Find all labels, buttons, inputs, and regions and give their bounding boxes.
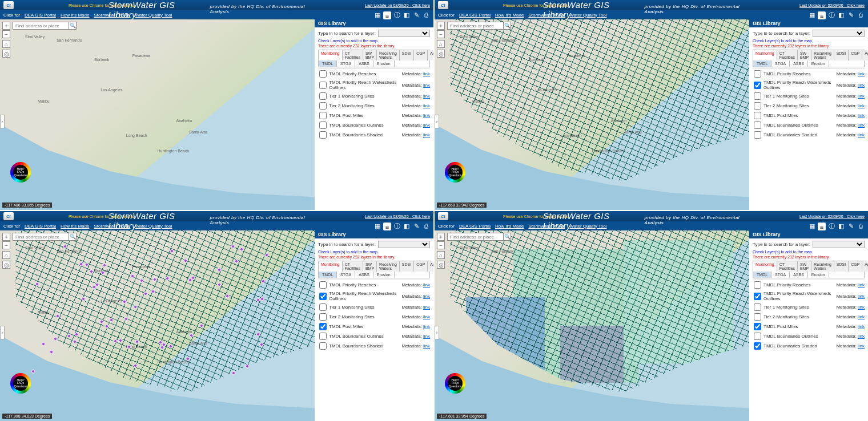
- layer-checkbox[interactable]: [319, 70, 327, 78]
- layer-checkbox[interactable]: [319, 92, 327, 100]
- layers-icon[interactable]: ≡: [818, 11, 826, 19]
- search-input[interactable]: [13, 22, 69, 30]
- layer-checkbox[interactable]: [319, 293, 327, 300]
- subtab-asbs[interactable]: ASBS: [355, 60, 373, 67]
- nav-link[interactable]: How It's Made: [495, 224, 524, 229]
- tab-receiving-waters[interactable]: Receiving Waters: [377, 261, 400, 272]
- home-button[interactable]: ⌂: [437, 251, 445, 259]
- help-wheel-icon[interactable]: Help? FAQs Questions: [10, 162, 31, 183]
- tab-sw-bmp[interactable]: SW BMP: [363, 261, 377, 272]
- tab-sdsi[interactable]: SDSI: [834, 261, 849, 272]
- help-wheel-icon[interactable]: Help? FAQs Questions: [445, 162, 465, 183]
- layer-checkbox[interactable]: [754, 293, 761, 300]
- nav-link[interactable]: How It's Made: [61, 224, 89, 229]
- metadata-link[interactable]: link: [423, 103, 430, 108]
- basemap-icon[interactable]: ▦: [808, 11, 816, 19]
- layer-checkbox[interactable]: [754, 323, 761, 330]
- tools-icon[interactable]: ✎: [847, 11, 855, 19]
- metadata-link[interactable]: link: [423, 305, 430, 310]
- layer-search-select[interactable]: [813, 241, 865, 248]
- layer-checkbox[interactable]: [754, 82, 761, 89]
- print-icon[interactable]: ⎙: [422, 11, 430, 19]
- layer-checkbox[interactable]: [319, 102, 327, 110]
- subtab-stga[interactable]: STGA: [337, 272, 355, 278]
- info-icon[interactable]: ⓘ: [827, 11, 835, 19]
- search-input[interactable]: [447, 22, 503, 30]
- nav-link[interactable]: How It's Made: [61, 13, 89, 18]
- locate-button[interactable]: ◎: [437, 50, 445, 58]
- layer-checkbox[interactable]: [754, 70, 761, 78]
- metadata-link[interactable]: link: [423, 94, 430, 99]
- tab-agencies[interactable]: Agencies: [428, 261, 433, 272]
- subtab-tmdl[interactable]: TMDL: [319, 272, 337, 278]
- legend-icon[interactable]: ◧: [403, 11, 411, 19]
- layer-search-select[interactable]: [813, 30, 865, 37]
- zoom-out-button[interactable]: −: [2, 241, 10, 249]
- metadata-link[interactable]: link: [423, 334, 430, 339]
- zoom-out-button[interactable]: −: [437, 30, 445, 38]
- tab-ct-facilities[interactable]: CT Facilities: [343, 261, 363, 272]
- tab-agencies[interactable]: Agencies: [862, 261, 868, 272]
- print-icon[interactable]: ⎙: [857, 222, 865, 230]
- subtab-asbs[interactable]: ASBS: [790, 60, 808, 67]
- layer-checkbox[interactable]: [319, 112, 327, 119]
- locate-button[interactable]: ◎: [2, 50, 10, 58]
- metadata-link[interactable]: link: [423, 83, 430, 88]
- legend-icon[interactable]: ◧: [403, 222, 411, 230]
- search-input[interactable]: [13, 233, 69, 241]
- map-canvas[interactable]: San FernandoPasadenaBurbankLos AngelesAn…: [435, 19, 749, 210]
- layer-checkbox[interactable]: [754, 122, 761, 129]
- info-icon[interactable]: ⓘ: [393, 11, 401, 19]
- info-icon[interactable]: ⓘ: [827, 222, 835, 230]
- subtab-tmdl[interactable]: TMDL: [753, 60, 771, 67]
- metadata-link[interactable]: link: [858, 314, 865, 319]
- metadata-link[interactable]: link: [858, 294, 865, 299]
- locate-button[interactable]: ◎: [437, 261, 445, 269]
- tools-icon[interactable]: ✎: [412, 11, 420, 19]
- tab-receiving-waters[interactable]: Receiving Waters: [811, 261, 834, 272]
- tab-ct-facilities[interactable]: CT Facilities: [777, 50, 798, 60]
- subtab-erosion[interactable]: Erosion: [808, 60, 829, 67]
- search-icon[interactable]: 🔍: [69, 233, 77, 241]
- metadata-link[interactable]: link: [858, 282, 865, 288]
- subtab-stga[interactable]: STGA: [771, 60, 790, 67]
- search-input[interactable]: [447, 233, 503, 241]
- panel-expand-button[interactable]: ›: [0, 326, 5, 339]
- home-button[interactable]: ⌂: [437, 40, 445, 48]
- zoom-in-button[interactable]: +: [2, 233, 10, 241]
- zoom-in-button[interactable]: +: [437, 233, 445, 241]
- map-canvas[interactable]: San FernandoPasadenaBurbankLos AngelesAn…: [0, 230, 315, 421]
- metadata-link[interactable]: link: [423, 123, 430, 128]
- map-canvas[interactable]: San FernandoPasadenaBurbankLos AngelesAn…: [0, 19, 315, 210]
- layer-checkbox[interactable]: [754, 333, 761, 340]
- tab-sdsi[interactable]: SDSI: [834, 50, 849, 60]
- zoom-out-button[interactable]: −: [437, 241, 445, 249]
- tab-sdsi[interactable]: SDSI: [400, 50, 414, 60]
- nav-link[interactable]: DEA GIS Portal: [459, 224, 491, 229]
- nav-link[interactable]: How It's Made: [495, 13, 524, 18]
- home-button[interactable]: ⌂: [2, 40, 10, 48]
- tab-agencies[interactable]: Agencies: [428, 50, 433, 60]
- panel-expand-button[interactable]: ›: [0, 115, 5, 128]
- layer-checkbox[interactable]: [319, 333, 327, 340]
- subtab-erosion[interactable]: Erosion: [373, 60, 395, 67]
- tab-monitoring[interactable]: Monitoring: [753, 50, 777, 60]
- last-update-link[interactable]: Last Update on 02/09/20 - Click here: [365, 214, 430, 218]
- layer-search-select[interactable]: [378, 241, 430, 248]
- help-wheel-icon[interactable]: Help? FAQs Questions: [445, 373, 465, 394]
- metadata-link[interactable]: link: [858, 132, 865, 137]
- metadata-link[interactable]: link: [858, 343, 865, 349]
- tools-icon[interactable]: ✎: [412, 222, 420, 230]
- tools-icon[interactable]: ✎: [847, 222, 855, 230]
- tab-sdsi[interactable]: SDSI: [400, 261, 414, 272]
- metadata-link[interactable]: link: [423, 324, 430, 329]
- subtab-erosion[interactable]: Erosion: [373, 272, 395, 278]
- layers-icon[interactable]: ≡: [383, 11, 391, 19]
- last-update-link[interactable]: Last Update on 02/09/20 - Click here: [799, 3, 865, 7]
- layer-checkbox[interactable]: [754, 102, 761, 110]
- basemap-icon[interactable]: ▦: [808, 222, 816, 230]
- print-icon[interactable]: ⎙: [857, 11, 865, 19]
- zoom-in-button[interactable]: +: [2, 22, 10, 30]
- tab-monitoring[interactable]: Monitoring: [753, 261, 777, 272]
- panel-expand-button[interactable]: ›: [435, 326, 439, 339]
